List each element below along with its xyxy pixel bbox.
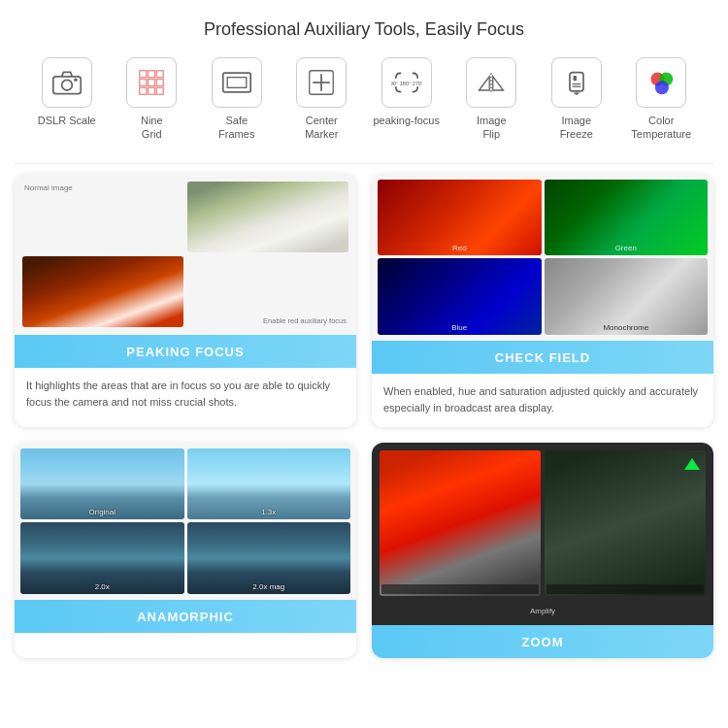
nine-grid-label: NineGrid bbox=[141, 114, 163, 142]
svg-rect-5 bbox=[157, 71, 164, 78]
peaking-focus-title-bar: PEAKING FOCUS bbox=[15, 335, 356, 368]
peaking-normal-label-area: Normal image bbox=[22, 182, 183, 252]
svg-point-27 bbox=[655, 81, 669, 94]
center-marker-icon bbox=[306, 69, 337, 96]
svg-rect-10 bbox=[149, 87, 155, 94]
zoom-amplify-label-area: Amplify bbox=[380, 600, 706, 617]
color-temp-label: ColorTemperature bbox=[631, 114, 691, 142]
icon-item-image-freeze: ImageFreeze bbox=[543, 57, 611, 142]
peaking-focus-image-area: Normal image Enable red auxiliary focus bbox=[15, 174, 356, 335]
scan-mode-icon: 90° 180° 270° bbox=[391, 69, 422, 96]
image-freeze-label: ImageFreeze bbox=[560, 114, 593, 142]
icon-item-scan-mode: 90° 180° 270° peaking-focus bbox=[373, 57, 441, 127]
zoom-title-bar: ZOOM bbox=[372, 625, 713, 658]
ana-original-cell: Original bbox=[20, 448, 184, 520]
check-field-card: Red Green Blue Monochrome CHECK FIELD Wh… bbox=[372, 174, 713, 427]
svg-point-2 bbox=[74, 79, 78, 83]
dslr-icon-box bbox=[42, 57, 92, 108]
zoom-images bbox=[380, 450, 706, 596]
check-blue-cell: Blue bbox=[378, 258, 542, 335]
ana-1x3-label: 1.3x bbox=[261, 508, 276, 516]
svg-rect-6 bbox=[140, 80, 147, 86]
anamorphic-title: ANAMORPHIC bbox=[137, 610, 234, 624]
check-field-title-bar: CHECK FIELD bbox=[372, 341, 713, 374]
safe-frames-label: SafeFrames bbox=[218, 114, 254, 142]
ana-original-label: Original bbox=[88, 508, 116, 516]
check-field-image-area: Red Green Blue Monochrome bbox=[372, 174, 713, 341]
anamorphic-card: Original 1.3x 2.0x 2.0x mag ANAMORPHIC bbox=[15, 443, 356, 658]
peaking-horse-white bbox=[187, 182, 348, 252]
zoom-title: ZOOM bbox=[522, 635, 564, 649]
check-mono-label: Monochrome bbox=[603, 323, 648, 332]
scan-mode-label: peaking-focus bbox=[374, 114, 441, 127]
check-red-cell: Red bbox=[378, 180, 542, 256]
color-temp-icon-box bbox=[636, 57, 686, 108]
nine-grid-icon bbox=[136, 69, 167, 96]
icon-item-safe-frames: SafeFrames bbox=[203, 57, 271, 142]
svg-rect-13 bbox=[227, 78, 247, 88]
page-container: Professional Auxiliary Tools, Easily Foc… bbox=[0, 0, 728, 687]
check-red-label: Red bbox=[452, 244, 467, 252]
zoom-car-info-bar-right bbox=[546, 584, 704, 594]
check-green-cell: Green bbox=[545, 180, 709, 256]
anamorphic-images: Original 1.3x 2.0x 2.0x mag bbox=[20, 448, 350, 594]
check-blue-label: Blue bbox=[451, 323, 467, 332]
safe-frames-icon-box bbox=[212, 57, 262, 108]
nine-grid-icon-box bbox=[126, 57, 177, 108]
check-images: Red Green Blue Monochrome bbox=[378, 180, 708, 335]
peaking-enable-label-area: Enable red auxiliary focus bbox=[187, 256, 348, 327]
horse-white-img bbox=[187, 182, 348, 252]
divider bbox=[15, 163, 713, 164]
dslr-label: DSLR Scale bbox=[38, 114, 96, 127]
image-flip-label: ImageFlip bbox=[477, 114, 507, 142]
zoom-car-normal-cell bbox=[380, 450, 541, 596]
svg-rect-7 bbox=[149, 80, 155, 86]
image-freeze-icon bbox=[561, 69, 592, 96]
camera-icon bbox=[51, 69, 83, 96]
scan-mode-icon-box: 90° 180° 270° bbox=[381, 57, 432, 108]
peaking-normal-label: Normal image bbox=[24, 183, 73, 192]
icons-row: DSLR Scale NineGrid bbox=[15, 57, 713, 142]
zoom-car-info-bar-left bbox=[381, 584, 539, 594]
peaking-horse-red-area bbox=[22, 256, 183, 327]
svg-rect-24 bbox=[572, 86, 580, 87]
page-title: Professional Auxiliary Tools, Easily Foc… bbox=[15, 19, 713, 40]
color-temperature-icon bbox=[645, 69, 677, 96]
image-flip-icon bbox=[476, 69, 507, 96]
icon-item-image-flip: ImageFlip bbox=[457, 57, 525, 142]
icon-item-dslr: DSLR Scale bbox=[33, 57, 101, 127]
zoom-card: Amplify ZOOM bbox=[372, 443, 713, 658]
features-grid: Normal image Enable red auxiliary focus bbox=[15, 174, 713, 658]
icon-item-nine-grid: NineGrid bbox=[117, 57, 185, 142]
check-mono-cell: Monochrome bbox=[545, 258, 709, 335]
center-marker-icon-box bbox=[296, 57, 347, 108]
svg-point-1 bbox=[61, 80, 72, 90]
peaking-images: Normal image Enable red auxiliary focus bbox=[22, 182, 348, 327]
peaking-focus-title: PEAKING FOCUS bbox=[126, 345, 244, 359]
svg-rect-23 bbox=[572, 83, 580, 84]
zoom-green-arrow bbox=[684, 458, 700, 470]
icon-item-center-marker: CenterMarker bbox=[287, 57, 355, 142]
anamorphic-image-area: Original 1.3x 2.0x 2.0x mag bbox=[15, 443, 356, 600]
ana-2x-mag-cell: 2.0x mag bbox=[187, 522, 351, 594]
peaking-focus-card: Normal image Enable red auxiliary focus bbox=[15, 174, 356, 427]
svg-rect-21 bbox=[570, 73, 583, 91]
anamorphic-title-bar: ANAMORPHIC bbox=[15, 600, 356, 633]
icon-item-color-temp: ColorTemperature bbox=[627, 57, 695, 142]
check-green-label: Green bbox=[615, 244, 637, 252]
image-freeze-icon-box bbox=[551, 57, 602, 108]
svg-rect-3 bbox=[140, 71, 147, 78]
svg-rect-4 bbox=[149, 71, 155, 78]
ana-1x3-cell: 1.3x bbox=[187, 448, 351, 520]
zoom-car-green-cell bbox=[545, 450, 706, 596]
zoom-image-area: Amplify bbox=[372, 443, 713, 625]
svg-text:90° 180° 270°: 90° 180° 270° bbox=[391, 81, 422, 86]
image-flip-icon-box bbox=[466, 57, 516, 108]
horse-red-img bbox=[22, 256, 183, 327]
center-marker-label: CenterMarker bbox=[305, 114, 338, 142]
ana-2x-label: 2.0x bbox=[95, 582, 110, 591]
svg-marker-18 bbox=[480, 77, 490, 90]
peaking-enable-label: Enable red auxiliary focus bbox=[261, 314, 348, 327]
svg-marker-19 bbox=[493, 77, 504, 90]
check-field-desc: When enabled, hue and saturation adjuste… bbox=[372, 374, 713, 427]
